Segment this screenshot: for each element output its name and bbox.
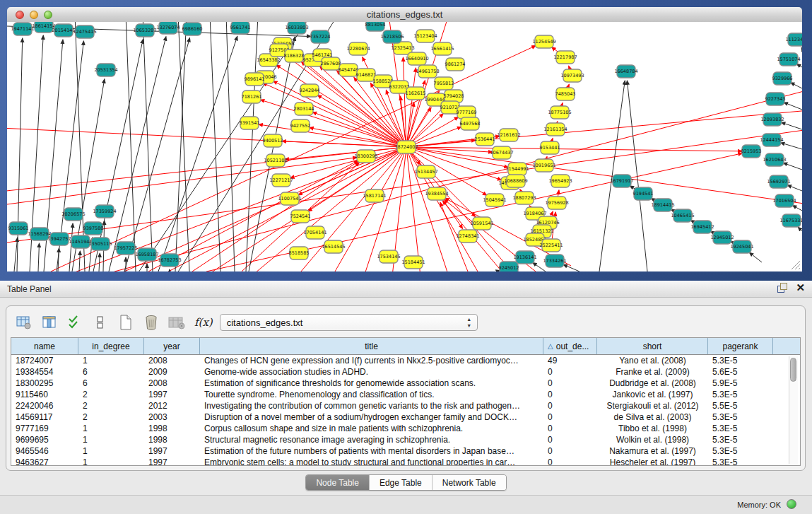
cell-pagerank[interactable]: 5.9E-5 xyxy=(708,378,773,388)
network-node[interactable]: 18775105 xyxy=(548,106,571,119)
network-node[interactable]: 2803144 xyxy=(294,103,314,115)
network-node[interactable]: 25225411 xyxy=(539,239,563,252)
network-node[interactable]: 12945012 xyxy=(710,231,734,244)
cell-in_degree[interactable]: 6 xyxy=(78,378,144,388)
network-node[interactable]: 6497568 xyxy=(460,117,481,130)
cell-year[interactable]: 1997 xyxy=(144,390,200,399)
cell-pagerank[interactable]: 5.6E-5 xyxy=(708,367,773,377)
network-node[interactable]: 16945412 xyxy=(690,221,714,233)
network-node[interactable]: 9153441 xyxy=(540,141,560,154)
network-node[interactable]: 7485043 xyxy=(555,88,576,100)
cell-in_degree[interactable]: 1 xyxy=(78,446,144,456)
cell-in_degree[interactable]: 1 xyxy=(78,457,144,466)
network-node[interactable]: 11675331 xyxy=(779,214,802,227)
cell-year[interactable]: 1998 xyxy=(144,424,200,433)
cell-title[interactable]: Structural magnetic resonance image aver… xyxy=(200,435,543,445)
network-node[interactable]: 10521102 xyxy=(264,154,287,167)
table-settings-icon[interactable] xyxy=(13,313,35,332)
network-node[interactable]: 7955812 xyxy=(434,77,454,90)
network-node[interactable]: 8215953 xyxy=(741,145,762,158)
network-node[interactable]: 10919651 xyxy=(532,159,555,172)
cell-short[interactable]: de Silva et al. (2003) xyxy=(597,412,708,422)
cell-short[interactable]: Franke et al. (2009) xyxy=(597,367,708,377)
network-node[interactable]: 5794028 xyxy=(444,90,464,103)
table-header-row[interactable]: namein_degreeyeartitle△out_de...shortpag… xyxy=(11,338,800,355)
network-node[interactable]: 19384554 xyxy=(425,187,448,200)
cell-year[interactable]: 2008 xyxy=(144,378,200,388)
network-node[interactable]: 15817141 xyxy=(363,189,386,202)
network-node[interactable]: 11254549 xyxy=(532,35,555,48)
network-node[interactable]: 18300295 xyxy=(354,150,377,163)
cell-out_degree[interactable]: 0 xyxy=(543,378,597,388)
cell-year[interactable]: 2009 xyxy=(144,367,200,377)
cell-name[interactable]: 19384554 xyxy=(11,367,78,377)
cell-name[interactable]: 9463627 xyxy=(11,457,78,466)
network-node[interactable]: 17359924 xyxy=(93,205,116,218)
network-node[interactable]: 7524541 xyxy=(290,210,311,223)
cell-in_degree[interactable]: 1 xyxy=(78,356,144,366)
network-node[interactable]: 15045941 xyxy=(483,194,506,206)
network-node[interactable]: 17534145 xyxy=(377,250,400,263)
column-header-pagerank[interactable]: pagerank xyxy=(708,338,773,354)
network-node[interactable]: 10653287 xyxy=(133,24,156,37)
network-node[interactable]: 9227343 xyxy=(765,93,786,105)
network-node[interactable]: 20531354 xyxy=(94,64,117,76)
cell-pagerank[interactable]: 5.3E-5 xyxy=(708,356,773,366)
network-node[interactable]: 19756928 xyxy=(545,197,568,209)
cell-name[interactable]: 18300295 xyxy=(11,378,78,388)
cell-year[interactable]: 2008 xyxy=(144,356,200,366)
network-node[interactable]: 15123404 xyxy=(413,30,437,42)
network-node[interactable]: 16033803 xyxy=(285,22,308,34)
cell-year[interactable]: 1998 xyxy=(144,435,200,445)
network-node[interactable]: 10688609 xyxy=(504,175,527,187)
network-node[interactable]: 12271217 xyxy=(269,174,293,187)
network-node[interactable]: 20154141 xyxy=(52,24,75,37)
cell-in_degree[interactable]: 2 xyxy=(78,390,144,399)
network-node[interactable]: 12444154 xyxy=(760,134,783,146)
network-node[interactable]: 16958187 xyxy=(135,248,158,261)
memory-ok-indicator[interactable] xyxy=(787,499,796,509)
cell-name[interactable]: 14569117 xyxy=(11,412,78,422)
table-row[interactable]: 1938455462009Genome-wide association stu… xyxy=(11,366,800,378)
delete-table-icon[interactable] xyxy=(141,313,162,332)
cell-name[interactable]: 9115460 xyxy=(11,390,78,399)
column-header-title[interactable]: title xyxy=(200,338,543,354)
cell-out_degree[interactable]: 0 xyxy=(543,424,597,433)
tab-edge-table[interactable]: Edge Table xyxy=(370,475,433,490)
cell-title[interactable]: Estimation of the future numbers of pati… xyxy=(200,446,543,456)
cell-name[interactable]: 22420046 xyxy=(11,401,78,411)
cell-title[interactable]: Estimation of significance thresholds fo… xyxy=(200,378,543,388)
network-node[interactable]: 19136141 xyxy=(513,251,536,264)
cell-pagerank[interactable]: 5.3E-5 xyxy=(708,457,773,466)
table-row[interactable]: 969969511998Structural magnetic resonanc… xyxy=(11,434,800,445)
network-node[interactable]: 3391541 xyxy=(240,117,260,129)
column-header-year[interactable]: year xyxy=(144,338,200,354)
network-node[interactable]: 9861274 xyxy=(445,58,466,71)
network-node[interactable]: 8813054 xyxy=(365,22,386,31)
network-node[interactable]: 13505115 xyxy=(88,238,112,250)
cell-short[interactable]: Stergiakouli et al. (2012) xyxy=(597,401,708,411)
vertical-scrollbar[interactable] xyxy=(789,356,798,464)
network-node[interactable]: 16561415 xyxy=(430,42,454,55)
resize-grip[interactable] xyxy=(792,261,800,269)
cell-out_degree[interactable]: 0 xyxy=(543,446,597,456)
cell-pagerank[interactable]: 5.3E-5 xyxy=(708,412,773,422)
cell-title[interactable]: Genome-wide association studies in ADHD. xyxy=(200,367,543,377)
network-node[interactable]: 9329966 xyxy=(772,72,793,85)
network-node[interactable]: 16648784 xyxy=(614,65,637,78)
cell-in_degree[interactable]: 1 xyxy=(78,435,144,445)
network-node[interactable]: 9245012 xyxy=(499,262,519,271)
network-node[interactable]: 18914415 xyxy=(651,199,674,211)
cell-short[interactable]: Dudbridge et al. (2008) xyxy=(597,378,708,388)
network-node[interactable]: 10973493 xyxy=(560,69,584,82)
column-header-out_degree[interactable]: △out_de... xyxy=(543,338,597,354)
table-row[interactable]: 1456911722003Disruption of a novel membe… xyxy=(11,411,800,423)
network-node[interactable]: 13942757 xyxy=(47,233,71,245)
network-node[interactable]: 9242844 xyxy=(300,84,320,97)
network-node[interactable]: 9315061 xyxy=(8,222,29,235)
table-row[interactable]: 946362711997Embryonic stem cells: a mode… xyxy=(11,457,800,466)
cell-in_degree[interactable]: 2 xyxy=(78,412,144,422)
network-node[interactable]: 7357224 xyxy=(310,30,331,43)
network-node[interactable]: 16782753 xyxy=(158,254,181,267)
network-node[interactable]: 12093832 xyxy=(760,113,784,126)
